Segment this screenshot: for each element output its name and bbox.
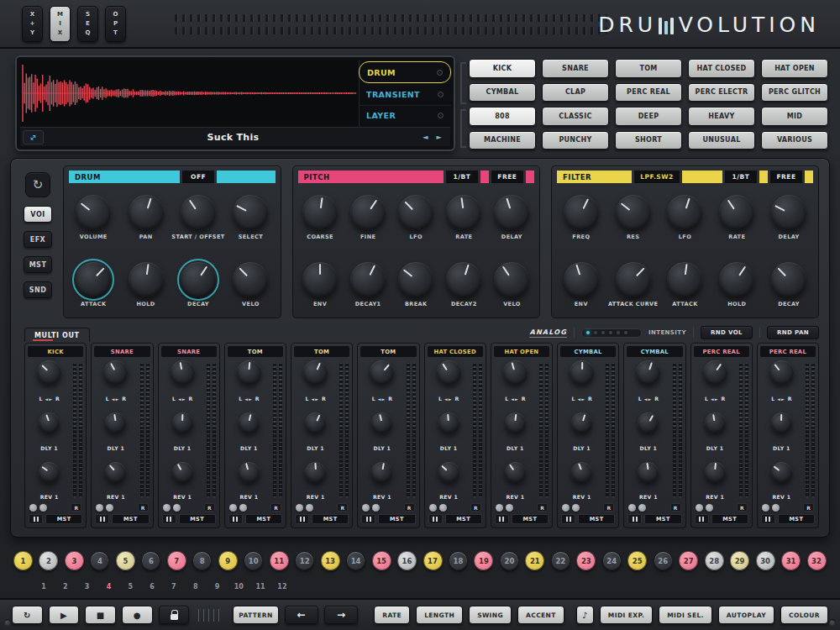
- note-button[interactable]: ♪: [576, 606, 594, 624]
- category-perc-electr[interactable]: PERC ELECTR: [688, 83, 755, 102]
- nav-opt[interactable]: OPT: [105, 6, 126, 42]
- mute-button[interactable]: [428, 514, 443, 524]
- category-classic[interactable]: CLASSIC: [542, 107, 609, 126]
- toolbar-accent[interactable]: ACCENT: [517, 606, 564, 624]
- step-29[interactable]: 29: [730, 551, 749, 570]
- record-button[interactable]: ●: [122, 606, 153, 624]
- knob-rate[interactable]: [446, 195, 481, 230]
- led-button[interactable]: [29, 504, 37, 512]
- knob-hold[interactable]: [129, 262, 164, 297]
- mute-button[interactable]: [95, 514, 109, 524]
- toolbar-autoplay[interactable]: AUTOPLAY: [718, 606, 774, 624]
- route-button[interactable]: R: [670, 503, 681, 512]
- knob-pan[interactable]: [129, 195, 164, 230]
- knob-attack-curve[interactable]: [616, 262, 651, 297]
- knob-start-offset[interactable]: [181, 195, 216, 230]
- category-hat-closed[interactable]: HAT CLOSED: [688, 59, 755, 78]
- multi-out-tab[interactable]: MULTI OUT: [24, 328, 90, 342]
- master-out-button[interactable]: MST: [578, 514, 615, 524]
- strip-volume-knob[interactable]: [437, 360, 461, 385]
- step-5[interactable]: 5: [116, 551, 135, 570]
- loop-button[interactable]: ↻: [12, 606, 43, 624]
- knob-lfo[interactable]: [398, 195, 433, 230]
- toolbar-length[interactable]: LENGTH: [416, 606, 463, 624]
- strip-pan-knob[interactable]: [771, 412, 792, 433]
- master-out-button[interactable]: MST: [45, 514, 82, 524]
- layer-tab-layer[interactable]: LAYER: [359, 106, 451, 126]
- knob-velo[interactable]: [233, 262, 268, 297]
- led-button[interactable]: [163, 504, 171, 512]
- knob-rate[interactable]: [719, 195, 754, 230]
- step-19[interactable]: 19: [474, 551, 493, 570]
- fit-view-button[interactable]: ↔: [23, 130, 44, 144]
- category-tom[interactable]: TOM: [615, 59, 682, 78]
- strip-delay-knob[interactable]: [172, 462, 193, 483]
- master-out-button[interactable]: MST: [711, 514, 748, 524]
- strip-pan-knob[interactable]: [105, 412, 126, 433]
- next-sample-icon[interactable]: ►: [436, 133, 442, 141]
- route-button[interactable]: R: [337, 503, 348, 512]
- pattern-slot-12[interactable]: 12: [274, 583, 291, 591]
- strip-volume-knob[interactable]: [303, 360, 328, 385]
- strip-volume-knob[interactable]: [370, 360, 394, 385]
- knob-delay[interactable]: [771, 195, 806, 230]
- mute-button[interactable]: [228, 514, 243, 524]
- step-10[interactable]: 10: [244, 551, 263, 570]
- step-28[interactable]: 28: [705, 551, 724, 570]
- category-cymbal[interactable]: CYMBAL: [469, 83, 536, 102]
- led-button[interactable]: [572, 504, 580, 512]
- strip-volume-knob[interactable]: [570, 360, 594, 385]
- strip-delay-knob[interactable]: [705, 462, 726, 483]
- strip-volume-knob[interactable]: [703, 360, 727, 385]
- strip-delay-knob[interactable]: [571, 462, 592, 483]
- category-heavy[interactable]: HEAVY: [688, 107, 755, 126]
- led-button[interactable]: [562, 504, 570, 512]
- pattern-slot-3[interactable]: 3: [79, 583, 96, 591]
- knob-decay[interactable]: [181, 262, 216, 297]
- knob-decay2[interactable]: [446, 262, 481, 297]
- mute-button[interactable]: [162, 514, 176, 524]
- toolbar-colour[interactable]: COLOUR: [780, 606, 828, 624]
- strip-delay-knob[interactable]: [371, 462, 392, 483]
- header-seg-free[interactable]: FREE: [491, 171, 523, 183]
- step-3[interactable]: 3: [65, 551, 84, 570]
- pattern-slot-10[interactable]: 10: [230, 583, 247, 591]
- knob-coarse[interactable]: [302, 195, 338, 230]
- step-22[interactable]: 22: [551, 551, 570, 570]
- pattern-slot-5[interactable]: 5: [122, 583, 139, 591]
- master-out-button[interactable]: MST: [179, 514, 216, 524]
- led-button[interactable]: [696, 504, 703, 512]
- step-31[interactable]: 31: [781, 551, 801, 570]
- nav-seq[interactable]: SEQ: [77, 6, 98, 42]
- led-button[interactable]: [506, 504, 513, 512]
- header-seg-1-bt[interactable]: 1/BT: [725, 171, 757, 183]
- pattern-slot-2[interactable]: 2: [57, 583, 74, 591]
- strip-pan-knob[interactable]: [39, 412, 60, 433]
- step-21[interactable]: 21: [525, 551, 544, 570]
- side-mst[interactable]: MST: [24, 256, 52, 273]
- strip-volume-knob[interactable]: [503, 360, 528, 385]
- route-button[interactable]: R: [404, 503, 415, 512]
- prev-sample-icon[interactable]: ◄: [423, 133, 428, 141]
- master-out-button[interactable]: MST: [312, 514, 349, 524]
- route-button[interactable]: R: [204, 503, 215, 512]
- layer-tab-drum[interactable]: DRUM: [359, 61, 451, 83]
- mute-button[interactable]: [627, 514, 642, 524]
- mute-button[interactable]: [361, 514, 375, 524]
- led-button[interactable]: [296, 504, 303, 512]
- layer-tab-transient[interactable]: TRANSIENT: [359, 84, 451, 105]
- step-17[interactable]: 17: [423, 551, 443, 570]
- knob-select[interactable]: [233, 195, 268, 230]
- pattern-slot-11[interactable]: 11: [252, 583, 269, 591]
- strip-volume-knob[interactable]: [103, 360, 128, 385]
- step-9[interactable]: 9: [218, 551, 238, 570]
- led-button[interactable]: [628, 504, 636, 512]
- route-button[interactable]: R: [71, 503, 81, 512]
- route-button[interactable]: R: [270, 503, 281, 512]
- next-pattern-button[interactable]: →: [324, 606, 358, 624]
- knob-decay1[interactable]: [350, 262, 386, 297]
- step-12[interactable]: 12: [295, 551, 314, 570]
- strip-volume-knob[interactable]: [37, 360, 61, 385]
- mute-button[interactable]: [761, 514, 775, 524]
- step-15[interactable]: 15: [372, 551, 391, 570]
